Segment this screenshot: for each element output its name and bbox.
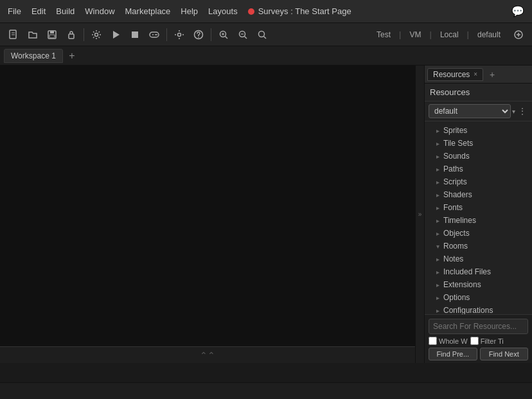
collapse-icon: » bbox=[418, 211, 422, 218]
menu-layouts[interactable]: Layouts bbox=[203, 4, 243, 19]
find-prev-label: Find Pre... bbox=[436, 350, 469, 358]
svg-rect-4 bbox=[50, 31, 54, 33]
menu-marketplace[interactable]: Marketplace bbox=[120, 4, 176, 19]
svg-rect-9 bbox=[132, 31, 138, 38]
filter-select[interactable]: default bbox=[429, 104, 511, 118]
find-prev-btn[interactable]: Find Pre... bbox=[429, 348, 477, 360]
tree-item-arrow-14: ▸ bbox=[436, 307, 439, 314]
toolbar: Test | VM | Local | default bbox=[0, 23, 532, 46]
env-vm[interactable]: VM bbox=[405, 28, 426, 41]
svg-marker-8 bbox=[113, 31, 120, 39]
env-sep1: | bbox=[399, 30, 401, 39]
new-file-btn[interactable] bbox=[4, 26, 22, 44]
svg-point-13 bbox=[155, 34, 156, 35]
menu-file[interactable]: File bbox=[3, 4, 26, 19]
svg-line-23 bbox=[245, 36, 247, 39]
tree-item-arrow-4: ▸ bbox=[436, 179, 439, 186]
tree-item-label-14: Configurations bbox=[443, 306, 493, 314]
resources-tab[interactable]: Resources × bbox=[427, 68, 483, 81]
tree-item-label-2: Sounds bbox=[443, 152, 470, 161]
env-settings-btn[interactable] bbox=[510, 26, 528, 44]
menu-help[interactable]: Help bbox=[175, 4, 203, 19]
tree-item-label-0: Sprites bbox=[443, 126, 467, 135]
collapse-handle[interactable]: » bbox=[415, 66, 424, 363]
tree-item-arrow-11: ▸ bbox=[436, 269, 439, 276]
lock-btn[interactable] bbox=[62, 26, 80, 44]
tree-item-label-10: Notes bbox=[443, 254, 463, 263]
tree-item-label-1: Tile Sets bbox=[443, 139, 473, 148]
zoom-out-btn[interactable] bbox=[234, 26, 252, 44]
settings-gear-btn[interactable] bbox=[87, 26, 105, 44]
sep3 bbox=[211, 28, 211, 41]
tree-item-paths[interactable]: ▸Paths bbox=[425, 163, 532, 175]
zoom-in-btn[interactable] bbox=[215, 26, 233, 44]
svg-point-17 bbox=[198, 37, 199, 38]
tree-item-included-files[interactable]: ▸Included Files bbox=[425, 265, 532, 278]
tree-item-arrow-1: ▸ bbox=[436, 140, 439, 147]
resources-tab-close[interactable]: × bbox=[474, 71, 477, 78]
tree-item-objects[interactable]: ▸Objects bbox=[425, 227, 532, 240]
tree-item-arrow-9: ▾ bbox=[436, 243, 439, 250]
tree-item-scripts[interactable]: ▸Scripts bbox=[425, 175, 532, 188]
tree-item-arrow-6: ▸ bbox=[436, 204, 439, 211]
tree-item-label-12: Extensions bbox=[443, 280, 481, 289]
tree-item-sprites[interactable]: ▸Sprites bbox=[425, 124, 532, 137]
add-panel-tab-btn[interactable]: + bbox=[486, 69, 498, 80]
menu-window[interactable]: Window bbox=[80, 4, 120, 19]
find-next-btn[interactable]: Find Next bbox=[480, 348, 529, 360]
panel-tabs: Resources × + bbox=[425, 66, 532, 84]
collapse-arrows[interactable]: ⌃⌃ bbox=[200, 350, 215, 360]
tree-item-arrow-7: ▸ bbox=[436, 217, 439, 224]
whole-words-label: Whole W bbox=[439, 337, 468, 345]
tree-item-label-4: Scripts bbox=[443, 177, 467, 186]
env-default[interactable]: default bbox=[473, 28, 505, 41]
tree-item-arrow-5: ▸ bbox=[436, 191, 439, 199]
tree-item-extensions[interactable]: ▸Extensions bbox=[425, 278, 532, 291]
tree-item-notes[interactable]: ▸Notes bbox=[425, 253, 532, 265]
build-settings-btn[interactable] bbox=[170, 26, 188, 44]
workspace-tabs: Workspace 1 + bbox=[0, 46, 532, 66]
tree-item-configurations[interactable]: ▸Configurations bbox=[425, 304, 532, 314]
svg-line-26 bbox=[264, 36, 267, 39]
tree-item-arrow-12: ▸ bbox=[436, 281, 439, 288]
play-btn[interactable] bbox=[107, 26, 125, 44]
menu-edit[interactable]: Edit bbox=[26, 4, 51, 19]
gamepad-btn[interactable] bbox=[145, 26, 163, 44]
tree-item-sounds[interactable]: ▸Sounds bbox=[425, 150, 532, 163]
workspace-tab-label: Workspace 1 bbox=[11, 51, 56, 60]
open-btn[interactable] bbox=[24, 26, 42, 44]
menu-build[interactable]: Build bbox=[51, 4, 80, 19]
tree-item-options[interactable]: ▸Options bbox=[425, 291, 532, 304]
workspace-tab[interactable]: Workspace 1 bbox=[4, 49, 63, 63]
zoom-reset-btn[interactable] bbox=[253, 26, 271, 44]
title-dot bbox=[248, 8, 254, 15]
tree-item-label-7: Timelines bbox=[443, 216, 476, 225]
env-local[interactable]: Local bbox=[436, 28, 463, 41]
svg-rect-5 bbox=[49, 35, 55, 38]
tree-item-shaders[interactable]: ▸Shaders bbox=[425, 188, 532, 201]
tree-item-label-5: Shaders bbox=[443, 190, 472, 199]
tree-item-timelines[interactable]: ▸Timelines bbox=[425, 214, 532, 227]
stop-btn[interactable] bbox=[126, 26, 144, 44]
tree-item-tile-sets[interactable]: ▸Tile Sets bbox=[425, 137, 532, 150]
help-btn[interactable] bbox=[190, 26, 208, 44]
tree-item-rooms[interactable]: ▾Rooms bbox=[425, 240, 532, 253]
add-workspace-tab-btn[interactable]: + bbox=[65, 49, 79, 63]
panel-search: Whole W Filter Ti Find Pre... Find Next bbox=[425, 314, 532, 363]
filter-arrow-icon: ▾ bbox=[512, 108, 515, 115]
env-sep3: | bbox=[467, 30, 469, 39]
search-input[interactable] bbox=[429, 319, 528, 334]
save-btn[interactable] bbox=[43, 26, 61, 44]
tree-item-fonts[interactable]: ▸Fonts bbox=[425, 201, 532, 214]
tree-item-label-6: Fonts bbox=[443, 203, 463, 212]
sep1 bbox=[84, 28, 84, 41]
filter-row: default ▾ ⋮ bbox=[425, 102, 532, 121]
svg-point-14 bbox=[156, 34, 157, 35]
whole-words-checkbox[interactable]: Whole W bbox=[429, 337, 468, 345]
filter-extra-btn[interactable]: ⋮ bbox=[517, 105, 528, 117]
chat-icon[interactable]: 💬 bbox=[509, 3, 527, 21]
env-test[interactable]: Test bbox=[372, 28, 395, 41]
tree-item-arrow-3: ▸ bbox=[436, 166, 439, 173]
svg-point-7 bbox=[95, 33, 98, 36]
filter-types-checkbox[interactable]: Filter Ti bbox=[470, 337, 504, 345]
